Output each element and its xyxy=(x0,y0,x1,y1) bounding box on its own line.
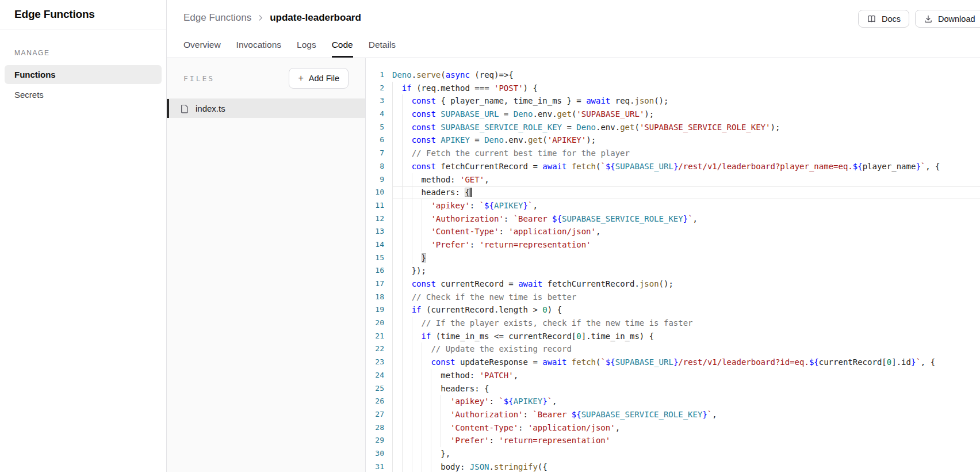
download-button-label: Download xyxy=(938,14,975,24)
code-line-11[interactable]: 11'apikey': `${APIKEY}`, xyxy=(366,199,980,212)
code-line-19[interactable]: 19if (currentRecord.length > 0) { xyxy=(366,303,980,317)
code-line-27[interactable]: 27'Authorization': `Bearer ${SUPABASE_SE… xyxy=(366,408,980,421)
code-line-28[interactable]: 28'Content-Type': 'application/json', xyxy=(366,421,980,435)
tab-code[interactable]: Code xyxy=(332,40,353,58)
code-line-17[interactable]: 17const currentRecord = await fetchCurre… xyxy=(366,277,980,291)
indent-guide xyxy=(431,421,441,435)
indent-guide xyxy=(392,82,402,95)
indent-guide xyxy=(441,421,450,435)
tab-overview[interactable]: Overview xyxy=(183,40,221,58)
code-line-4[interactable]: 4const SUPABASE_URL = Deno.env.get('SUPA… xyxy=(366,108,980,121)
code-line-14[interactable]: 14'Prefer': 'return=representation' xyxy=(366,238,980,252)
docs-button[interactable]: Docs xyxy=(858,10,909,28)
code-line-text: 'Prefer': 'return=representation' xyxy=(392,434,980,447)
line-number: 21 xyxy=(366,330,392,343)
indent-guide xyxy=(402,121,412,134)
indent-guide xyxy=(412,238,422,252)
header-actions: Docs Download xyxy=(858,10,980,28)
code-line-text: const SUPABASE_URL = Deno.env.get('SUPAB… xyxy=(392,108,980,121)
main-header: Edge Functions update-leaderboard Docs xyxy=(167,0,980,58)
code-line-29[interactable]: 29'Prefer': 'return=representation' xyxy=(366,434,980,447)
line-number: 2 xyxy=(366,82,392,95)
code-line-text: 'Authorization': `Bearer ${SUPABASE_SERV… xyxy=(392,408,980,421)
code-line-13[interactable]: 13'Content-Type': 'application/json', xyxy=(366,225,980,238)
code-line-text: if (req.method === 'POST') { xyxy=(392,82,980,95)
code-line-text: headers: { xyxy=(392,186,980,199)
code-line-12[interactable]: 12'Authorization': `Bearer ${SUPABASE_SE… xyxy=(366,212,980,226)
indent-guide xyxy=(422,434,431,447)
code-line-20[interactable]: 20// If the player exists, check if the … xyxy=(366,317,980,330)
indent-guide xyxy=(422,238,431,252)
code-line-10[interactable]: 10headers: { xyxy=(366,186,980,199)
tab-details[interactable]: Details xyxy=(369,40,396,58)
indent-guide xyxy=(402,408,412,421)
code-line-text: const SUPABASE_SERVICE_ROLE_KEY = Deno.e… xyxy=(392,121,980,134)
line-number: 22 xyxy=(366,342,392,356)
indent-guide xyxy=(392,121,402,134)
code-line-5[interactable]: 5const SUPABASE_SERVICE_ROLE_KEY = Deno.… xyxy=(366,121,980,134)
tab-invocations[interactable]: Invocations xyxy=(236,40,281,58)
indent-guide xyxy=(422,447,431,460)
indent-guide xyxy=(402,342,412,356)
files-panel-label: FILES xyxy=(183,74,215,83)
code-tab-content: FILES + Add File index.ts 1Deno.serve(as… xyxy=(167,58,980,472)
indent-guide xyxy=(392,342,402,356)
download-button[interactable]: Download xyxy=(915,10,980,28)
indent-guide xyxy=(402,317,412,330)
indent-guide xyxy=(431,395,441,408)
files-panel: FILES + Add File index.ts xyxy=(167,58,366,472)
sidebar-item-functions[interactable]: Functions xyxy=(5,65,162,84)
indent-guide xyxy=(422,369,431,382)
breadcrumb-root-link[interactable]: Edge Functions xyxy=(183,12,251,24)
indent-guide xyxy=(402,434,412,447)
indent-guide xyxy=(402,395,412,408)
code-line-25[interactable]: 25headers: { xyxy=(366,382,980,395)
indent-guide xyxy=(392,421,402,435)
code-editor[interactable]: 1Deno.serve(async (req)=>{2if (req.metho… xyxy=(366,58,980,472)
indent-guide xyxy=(412,382,422,395)
line-number: 10 xyxy=(366,186,392,199)
code-line-text: // Update the existing record xyxy=(392,342,980,356)
code-line-text: const APIKEY = Deno.env.get('APIKEY'); xyxy=(392,134,980,147)
code-line-9[interactable]: 9method: 'GET', xyxy=(366,173,980,186)
indent-guide xyxy=(422,356,431,369)
code-line-26[interactable]: 26'apikey': `${APIKEY}`, xyxy=(366,395,980,408)
code-line-18[interactable]: 18// Check if the new time is better xyxy=(366,291,980,304)
code-line-15[interactable]: 15} xyxy=(366,252,980,265)
add-file-button[interactable]: + Add File xyxy=(289,68,349,89)
code-line-6[interactable]: 6const APIKEY = Deno.env.get('APIKEY'); xyxy=(366,134,980,147)
indent-guide xyxy=(402,238,412,252)
code-line-text: const { player_name, time_in_ms } = awai… xyxy=(392,94,980,108)
code-line-31[interactable]: 31body: JSON.stringify({ xyxy=(366,460,980,472)
code-line-23[interactable]: 23const updateResponse = await fetch(`${… xyxy=(366,356,980,369)
code-line-3[interactable]: 3const { player_name, time_in_ms } = awa… xyxy=(366,94,980,108)
line-number: 27 xyxy=(366,408,392,421)
file-row-index-ts[interactable]: index.ts xyxy=(167,99,365,118)
code-line-21[interactable]: 21if (time_in_ms <= currentRecord[0].tim… xyxy=(366,330,980,343)
code-line-text: } xyxy=(392,252,980,265)
code-line-text: method: 'GET', xyxy=(392,173,980,186)
indent-guide xyxy=(392,147,402,160)
code-line-8[interactable]: 8const fetchCurrentRecord = await fetch(… xyxy=(366,160,980,173)
line-number: 11 xyxy=(366,199,392,212)
code-line-1[interactable]: 1Deno.serve(async (req)=>{ xyxy=(366,68,980,82)
code-line-22[interactable]: 22// Update the existing record xyxy=(366,342,980,356)
indent-guide xyxy=(392,317,402,330)
line-number: 6 xyxy=(366,134,392,147)
code-line-text: Deno.serve(async (req)=>{ xyxy=(392,68,980,82)
indent-guide xyxy=(392,134,402,147)
code-line-16[interactable]: 16}); xyxy=(366,264,980,277)
code-line-7[interactable]: 7// Fetch the current best time for the … xyxy=(366,147,980,160)
tab-logs[interactable]: Logs xyxy=(297,40,316,58)
code-line-24[interactable]: 24method: 'PATCH', xyxy=(366,369,980,382)
indent-guide xyxy=(392,225,402,238)
sidebar-item-secrets[interactable]: Secrets xyxy=(5,85,162,104)
code-line-30[interactable]: 30}, xyxy=(366,447,980,460)
indent-guide xyxy=(402,225,412,238)
line-number: 5 xyxy=(366,121,392,134)
indent-guide xyxy=(412,252,422,265)
sidebar-section-label: MANAGE xyxy=(14,49,152,57)
indent-guide xyxy=(392,291,402,304)
code-line-2[interactable]: 2if (req.method === 'POST') { xyxy=(366,82,980,95)
indent-guide xyxy=(412,186,422,199)
